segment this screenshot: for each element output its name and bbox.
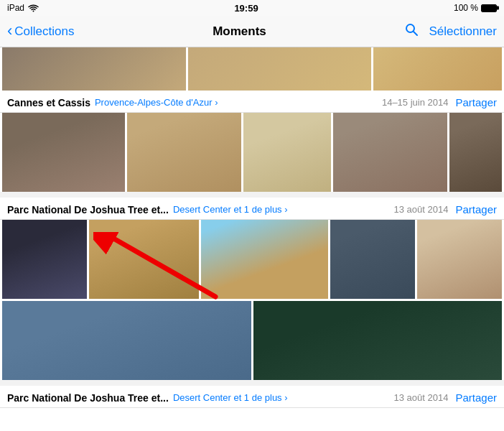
section-joshua: Parc National De Joshua Tree et... Deser…: [0, 198, 504, 380]
status-bar: iPad 19:59 100 %: [0, 0, 504, 16]
photo-thumb[interactable]: [333, 113, 447, 192]
battery-icon: [481, 4, 497, 12]
location-secondary[interactable]: Desert Center et 1 de plus ›: [173, 204, 394, 215]
photo-thumb[interactable]: [201, 220, 328, 299]
status-left: iPad: [7, 3, 39, 13]
share-button[interactable]: Partager: [455, 203, 497, 216]
photo-thumb[interactable]: [2, 220, 87, 299]
photo-thumb[interactable]: [243, 113, 331, 192]
photo-thumb[interactable]: [253, 301, 503, 380]
photo-thumb[interactable]: [127, 113, 241, 192]
photo-thumb[interactable]: [449, 113, 502, 192]
chevron-icon: ›: [284, 392, 287, 403]
wifi-icon: [28, 4, 39, 12]
section-divider: [0, 380, 504, 386]
photo-thumb[interactable]: [373, 47, 502, 91]
section-header-cannes: Cannes et Cassis Provence-Alpes-Côte d'A…: [0, 91, 504, 113]
back-arrow-icon: ‹: [7, 23, 12, 39]
section-date: 13 août 2014: [394, 392, 449, 403]
location-secondary[interactable]: Provence-Alpes-Côte d'Azur ›: [95, 97, 382, 108]
chevron-icon: ›: [215, 97, 218, 108]
photo-thumb[interactable]: [2, 301, 251, 380]
location-primary: Cannes et Cassis: [7, 97, 90, 108]
location-secondary[interactable]: Desert Center et 1 de plus ›: [173, 392, 394, 403]
content-area: Cannes et Cassis Provence-Alpes-Côte d'A…: [0, 47, 504, 431]
nav-actions: Sélectionner: [404, 22, 497, 40]
status-right: 100 %: [454, 3, 497, 13]
section-joshua-2: Parc National De Joshua Tree et... Deser…: [0, 386, 504, 408]
section-date: 14–15 juin 2014: [382, 97, 449, 108]
device-label: iPad: [7, 3, 24, 13]
search-icon[interactable]: [404, 22, 419, 40]
top-partial-photos: [0, 47, 504, 91]
section-cannes: Cannes et Cassis Provence-Alpes-Côte d'A…: [0, 47, 504, 192]
photo-thumb[interactable]: [2, 47, 186, 91]
section-header-joshua: Parc National De Joshua Tree et... Deser…: [0, 198, 504, 220]
location-primary: Parc National De Joshua Tree et...: [7, 392, 169, 404]
photo-row: [0, 113, 504, 192]
nav-bar: ‹ Collections Moments Sélectionner: [0, 16, 504, 47]
chevron-icon: ›: [284, 204, 287, 215]
photo-thumb[interactable]: [417, 220, 502, 299]
back-label[interactable]: Collections: [14, 24, 74, 39]
section-divider: [0, 192, 504, 198]
photo-thumb[interactable]: [188, 47, 372, 91]
svg-line-1: [414, 32, 417, 35]
photo-thumb[interactable]: [89, 220, 199, 299]
nav-title: Moments: [74, 24, 404, 39]
photo-thumb[interactable]: [2, 113, 125, 192]
share-button[interactable]: Partager: [455, 96, 497, 108]
photo-thumb[interactable]: [330, 220, 415, 299]
photo-row: [0, 301, 504, 380]
section-header-joshua2: Parc National De Joshua Tree et... Deser…: [0, 386, 504, 408]
status-time: 19:59: [234, 3, 258, 14]
section-date: 13 août 2014: [394, 204, 449, 215]
nav-back[interactable]: ‹ Collections: [7, 24, 74, 39]
battery-label: 100 %: [454, 3, 478, 13]
location-primary: Parc National De Joshua Tree et...: [7, 204, 169, 216]
share-button[interactable]: Partager: [455, 391, 497, 404]
select-button[interactable]: Sélectionner: [429, 24, 497, 39]
photo-row: [0, 220, 504, 299]
